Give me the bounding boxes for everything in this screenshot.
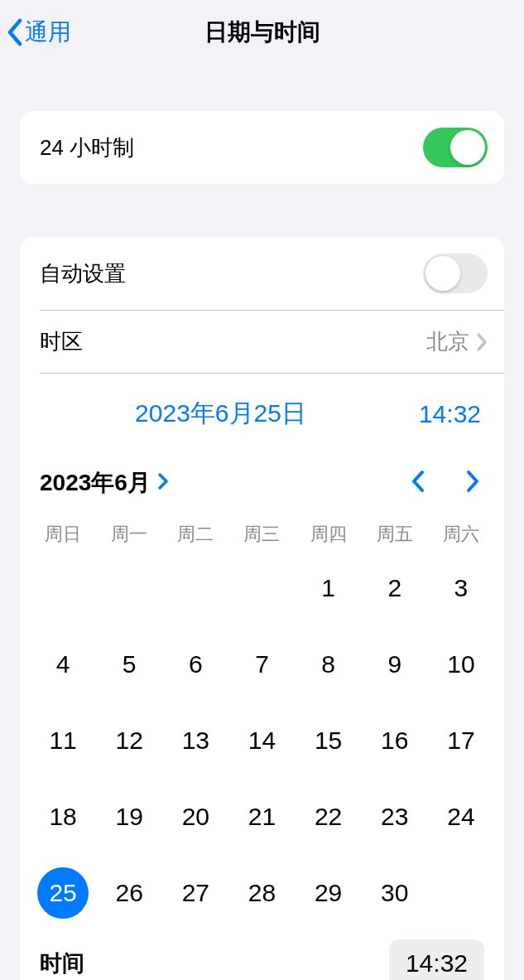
chevron-left-icon (7, 18, 23, 46)
calendar-month-picker[interactable]: 2023年6月 (40, 467, 169, 499)
calendar-weekday-label: 周六 (428, 522, 494, 547)
calendar-day[interactable]: 27 (162, 855, 228, 931)
calendar-day[interactable]: 30 (362, 855, 428, 931)
calendar-weekday-label: 周三 (228, 522, 295, 547)
calendar-days-grid: 1234567891011121314151617181920212223242… (30, 550, 494, 931)
timezone-value: 北京 (426, 327, 469, 356)
calendar-day[interactable]: 3 (428, 550, 494, 626)
calendar-prev-button[interactable] (410, 469, 426, 497)
calendar-day[interactable]: 21 (228, 779, 295, 855)
auto-set-label: 自动设置 (40, 259, 126, 288)
calendar-day[interactable]: 5 (96, 626, 162, 702)
calendar-day[interactable]: 13 (162, 702, 228, 779)
calendar-weekday-header: 周日周一周二周三周四周五周六 (30, 512, 494, 550)
calendar-next-button[interactable] (464, 469, 481, 497)
calendar-day[interactable]: 20 (162, 779, 228, 855)
calendar-day[interactable]: 19 (96, 779, 162, 855)
time-picker-button[interactable]: 14:32 (389, 939, 484, 980)
chevron-right-icon (476, 332, 488, 352)
auto-set-row: 自动设置 (20, 237, 504, 310)
calendar-day[interactable]: 28 (228, 855, 295, 931)
timezone-row[interactable]: 时区 北京 (20, 311, 504, 373)
calendar-day[interactable]: 16 (362, 702, 428, 779)
calendar-weekday-label: 周二 (162, 522, 228, 547)
calendar-day[interactable]: 22 (296, 779, 362, 855)
calendar-day[interactable]: 25 (30, 855, 96, 931)
calendar-day-empty (96, 550, 162, 626)
current-time-button[interactable]: 14:32 (398, 400, 481, 428)
calendar-day[interactable]: 26 (96, 855, 162, 931)
calendar-day-empty (162, 550, 228, 626)
calendar-day[interactable]: 7 (228, 626, 295, 702)
time-row-label: 时间 (40, 949, 84, 978)
calendar-day-empty (228, 550, 295, 626)
timezone-label: 时区 (40, 327, 83, 356)
calendar-weekday-label: 周一 (96, 522, 162, 547)
calendar-day[interactable]: 17 (428, 702, 494, 779)
current-date-button[interactable]: 2023年6月25日 (43, 397, 398, 431)
twenty-four-hour-label: 24 小时制 (40, 133, 134, 162)
calendar-weekday-label: 周日 (30, 522, 96, 547)
calendar-day[interactable]: 11 (30, 702, 96, 779)
calendar-day[interactable]: 8 (296, 626, 362, 702)
back-label: 通用 (25, 17, 71, 48)
calendar-day[interactable]: 10 (428, 626, 494, 702)
calendar-day[interactable]: 1 (296, 550, 362, 626)
calendar-day[interactable]: 18 (30, 779, 96, 855)
calendar-day[interactable]: 12 (96, 702, 162, 779)
calendar-day[interactable]: 15 (296, 702, 362, 779)
calendar-weekday-label: 周四 (296, 522, 362, 547)
chevron-right-icon (157, 470, 169, 496)
page-title: 日期与时间 (0, 17, 524, 48)
calendar-weekday-label: 周五 (362, 522, 428, 547)
calendar-day[interactable]: 24 (428, 779, 494, 855)
back-button[interactable]: 通用 (7, 17, 71, 48)
calendar-day-empty (30, 550, 96, 626)
calendar-day[interactable]: 14 (228, 702, 295, 779)
calendar-day[interactable]: 29 (296, 855, 362, 931)
calendar-day[interactable]: 4 (30, 626, 96, 702)
twenty-four-hour-toggle[interactable] (423, 128, 488, 167)
calendar-day[interactable]: 23 (362, 779, 428, 855)
twenty-four-hour-row: 24 小时制 (20, 111, 504, 184)
calendar-day[interactable]: 9 (362, 626, 428, 702)
calendar-day[interactable]: 6 (162, 626, 228, 702)
calendar-day[interactable]: 2 (362, 550, 428, 626)
auto-set-toggle[interactable] (423, 253, 488, 293)
calendar-month-label: 2023年6月 (40, 467, 151, 499)
